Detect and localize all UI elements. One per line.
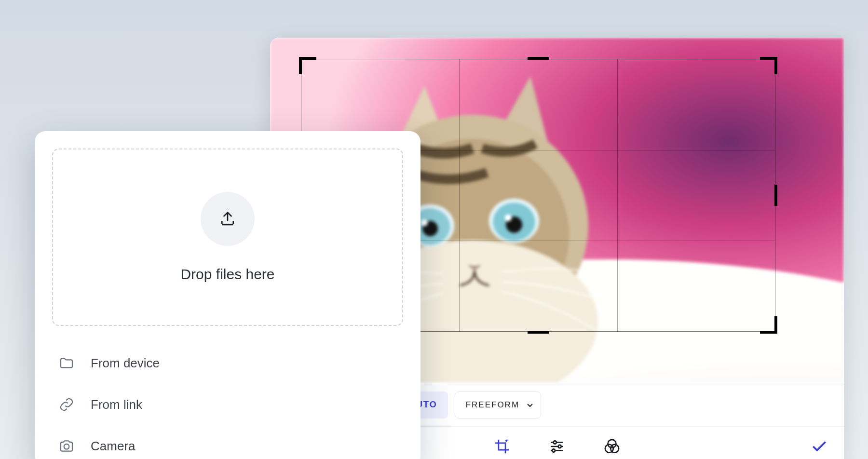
dropzone[interactable]: Drop files here [52, 148, 403, 326]
aspect-label: FREEFORM [466, 400, 519, 410]
svg-point-15 [558, 445, 561, 447]
source-camera[interactable]: Camera [59, 425, 396, 459]
link-icon [59, 397, 76, 412]
tab-adjust[interactable] [549, 438, 565, 455]
source-from-device[interactable]: From device [59, 342, 396, 384]
chevron-down-icon [526, 401, 534, 409]
check-icon [810, 437, 828, 456]
upload-sources: From device From link Camera [52, 326, 403, 459]
svg-point-17 [608, 439, 616, 447]
crop-icon [494, 438, 510, 455]
crop-handle-top[interactable] [528, 57, 549, 60]
crop-handle-right[interactable] [774, 185, 777, 206]
upload-icon [201, 192, 255, 246]
confirm-button[interactable] [810, 437, 828, 456]
svg-point-19 [610, 444, 619, 452]
folder-icon [59, 355, 76, 371]
source-label: Camera [91, 439, 135, 454]
sliders-icon [549, 438, 565, 455]
svg-point-14 [554, 441, 556, 444]
camera-icon [59, 438, 76, 454]
aspect-ratio-select[interactable]: FREEFORM [455, 392, 541, 418]
crop-handle-top-right[interactable] [760, 57, 777, 74]
source-from-link[interactable]: From link [59, 384, 396, 425]
upload-panel: Drop files here From device From link [35, 131, 420, 459]
crop-handle-bottom-right[interactable] [760, 316, 777, 334]
source-label: From device [91, 356, 160, 371]
crop-handle-top-left[interactable] [299, 57, 316, 74]
grid-line [617, 59, 618, 332]
drop-label: Drop files here [180, 266, 274, 283]
grid-line [459, 59, 460, 332]
tab-crop[interactable] [494, 438, 510, 455]
crop-handle-bottom[interactable] [528, 331, 549, 334]
svg-point-20 [64, 444, 69, 449]
svg-point-16 [552, 449, 555, 452]
tab-filter[interactable] [604, 438, 620, 455]
source-label: From link [91, 397, 142, 412]
filters-icon [604, 438, 620, 455]
